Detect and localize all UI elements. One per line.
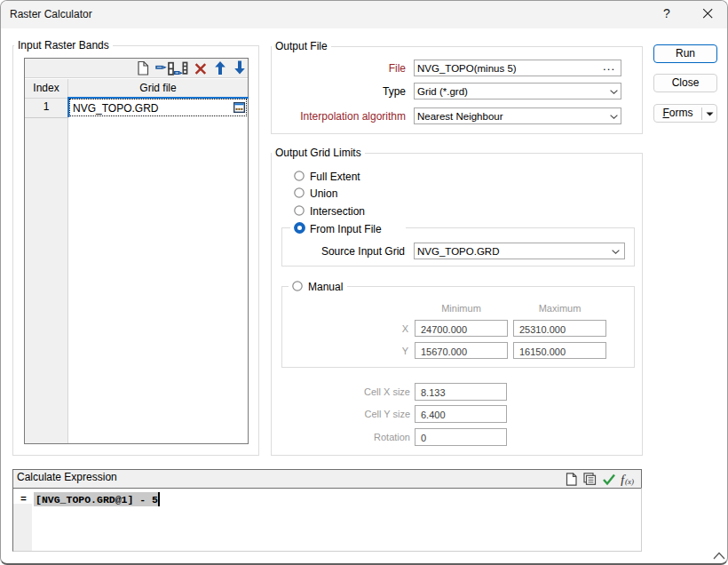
svg-text:(x): (x) bbox=[625, 477, 634, 486]
